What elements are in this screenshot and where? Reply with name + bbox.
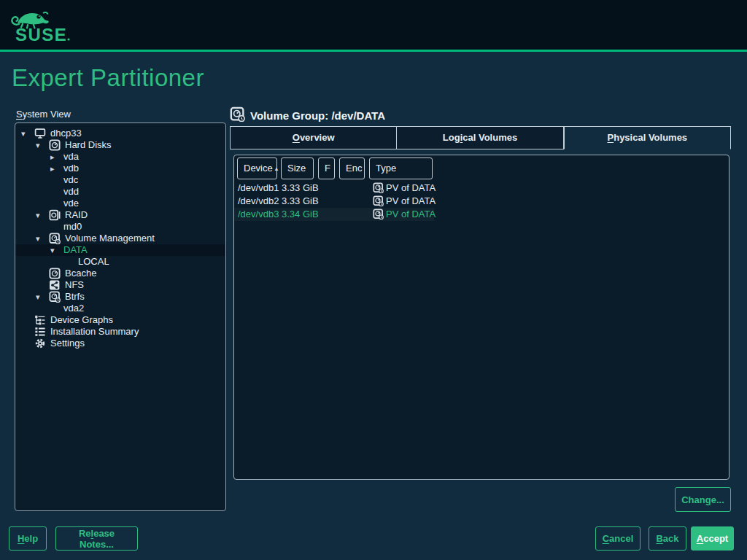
table-body: /dev/vdb13.33 GiBPV of DATA/dev/vdb23.33… [234,182,729,221]
tree-item-label: Btrfs [65,291,85,303]
tree-item-md0[interactable]: md0 [15,221,225,233]
brand-divider [0,50,747,52]
chevron-down-icon[interactable]: ▾ [36,233,49,244]
chevron-right-icon[interactable]: ▸ [50,151,63,163]
lvm-icon [373,209,384,223]
tree-item-label: vda2 [63,303,84,314]
table-row-dev-vdb1[interactable]: /dev/vdb13.33 GiBPV of DATA [234,182,434,195]
page-title: Expert Partitioner [12,64,204,92]
suse-wordmark: SUSE [15,25,67,44]
cell-device: /dev/vdb3 [238,208,279,221]
tree-item-vdb[interactable]: ▸vdb [15,163,225,174]
tree-item-label: Settings [50,338,85,349]
column-header-size[interactable]: Size [281,158,314,179]
cell-type: PV of DATA [386,208,436,221]
table-row-dev-vdb3[interactable]: /dev/vdb33.34 GiBPV of DATA [234,208,434,221]
chevron-down-icon[interactable]: ▾ [21,128,34,139]
table-row-dev-vdb2[interactable]: /dev/vdb23.33 GiBPV of DATA [234,195,434,208]
tree-item-label: vdc [63,174,78,186]
tree-item-local[interactable]: LOCAL [15,256,225,268]
cell-size: 3.33 GiB [282,195,319,208]
tree-item-device-graphs[interactable]: Device Graphs [15,314,225,326]
tree-item-vdc[interactable]: vdc [15,174,225,186]
gear-icon [34,338,50,349]
top-banner: SUSE [0,0,747,50]
chevron-down-icon[interactable]: ▾ [36,209,49,221]
tree-item-vda[interactable]: ▸vda [15,151,225,163]
chevron-down-icon[interactable]: ▾ [36,291,49,303]
tree-item-label: vde [63,198,79,209]
tree-item-volume-management[interactable]: ▾Volume Management [15,233,225,244]
physical-volumes-table: Device▴SizeFEncType /dev/vdb13.33 GiBPV … [233,155,729,480]
system-view-label: System View [16,109,71,120]
cancel-button[interactable]: Cancel [595,526,640,551]
cell-type: PV of DATA [386,195,436,208]
tree-item-label: LOCAL [78,256,109,268]
computer-icon [34,128,50,139]
tree-item-hard-disks[interactable]: ▾Hard Disks [15,139,225,151]
tree-item-bcache[interactable]: Bcache [15,268,225,279]
tree-item-installation-summary[interactable]: Installation Summary [15,326,225,338]
graph-icon [34,314,50,326]
change-button[interactable]: Change... [675,487,731,512]
tree-item-label: md0 [63,221,82,233]
tree-item-label: vdb [63,163,79,174]
nfs-icon [49,279,65,291]
tree-item-label: NFS [65,279,84,291]
tree-item-settings[interactable]: Settings [15,338,225,349]
tree-item-vda2[interactable]: vda2 [15,303,225,314]
disk-icon [49,268,65,279]
tree-item-nfs[interactable]: NFS [15,279,225,291]
sort-ascending-icon: ▴ [275,165,279,172]
tree-item-label: dhcp33 [50,128,82,139]
lvm-icon [230,106,245,124]
raid-icon [49,209,65,221]
tree-item-vde[interactable]: vde [15,198,225,209]
column-header-device[interactable]: Device▴ [237,158,277,179]
column-header-enc[interactable]: Enc [339,158,365,179]
system-view-tree: ▾dhcp33▾Hard Disks▸vda▸vdbvdcvddvde▾RAID… [15,122,226,511]
tab-label: Physical Volumes [608,132,688,143]
tab-physical-volumes[interactable]: Physical Volumes [564,126,731,149]
cell-type: PV of DATA [386,182,436,195]
panel-header: Volume Group: /dev/DATA [230,106,385,124]
tree-item-label: vda [63,151,79,163]
cell-size: 3.33 GiB [282,182,319,195]
tree-item-label: vdd [63,186,79,198]
tab-overview[interactable]: Overview [230,126,397,149]
lvm-icon [49,291,65,303]
panel-title: Volume Group: /dev/DATA [250,109,385,122]
expert-partitioner-window: SUSE Expert Partitioner System View ▾dhc… [0,0,747,560]
tree-item-label: RAID [65,209,88,221]
tab-label: Overview [293,132,335,143]
accept-button[interactable]: Accept [691,526,734,551]
cell-size: 3.34 GiB [282,208,319,221]
tab-label: Logical Volumes [443,132,517,143]
disk-icon [49,139,65,151]
tree-item-label: DATA [63,244,88,256]
column-header-f[interactable]: F [318,158,335,179]
tree-item-btrfs[interactable]: ▾Btrfs [15,291,225,303]
tree-item-label: Installation Summary [50,326,139,338]
tree-item-label: Volume Management [65,233,155,244]
lvm-icon [49,233,65,244]
tree-item-raid[interactable]: ▾RAID [15,209,225,221]
summary-icon [34,326,50,338]
help-button[interactable]: Help [9,526,47,551]
column-header-type[interactable]: Type [369,158,433,179]
chevron-right-icon[interactable]: ▸ [50,163,63,174]
suse-logo: SUSE [9,6,79,45]
tree-item-data[interactable]: ▾DATA [15,244,225,256]
chevron-down-icon[interactable]: ▾ [50,244,63,256]
tab-logical-volumes[interactable]: Logical Volumes [397,126,563,149]
chevron-down-icon[interactable]: ▾ [36,139,49,151]
back-button[interactable]: Back [649,526,686,551]
tree-item-label: Hard Disks [65,139,112,151]
release-notes-button[interactable]: Release Notes... [55,526,138,551]
tree-item-vdd[interactable]: vdd [15,186,225,198]
tree-item-dhcp33[interactable]: ▾dhcp33 [15,128,225,139]
cell-device: /dev/vdb2 [238,195,279,208]
tree-item-label: Bcache [65,268,96,279]
tree-item-label: Device Graphs [50,314,113,326]
cell-device: /dev/vdb1 [238,182,279,195]
